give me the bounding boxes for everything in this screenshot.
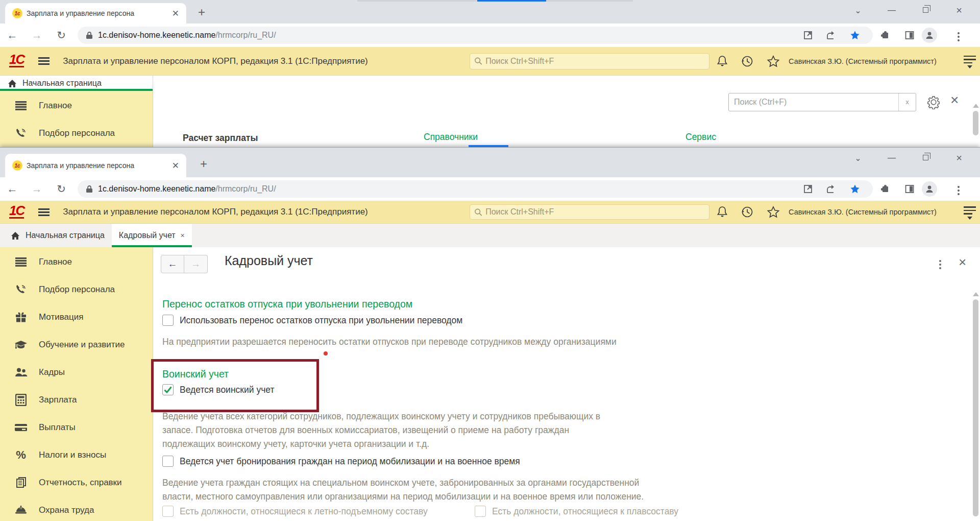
forward-icon[interactable]: →	[24, 183, 49, 195]
sidebar-item-glavnoe[interactable]: Главное	[0, 92, 153, 120]
more-menu-icon[interactable]	[946, 31, 971, 40]
section-payroll[interactable]: Расчет зарплаты	[183, 133, 258, 144]
tab-kadrovyi-uchet[interactable]: Кадровый учет ×	[112, 224, 192, 247]
form-close-icon[interactable]: ×	[959, 254, 966, 270]
scroll-up-icon[interactable]	[973, 104, 979, 108]
tab-close-icon[interactable]: ✕	[170, 160, 181, 171]
1c-tab-bar: Начальная страница Кадровый учет ×	[0, 224, 980, 247]
form-forward-icon[interactable]: →	[184, 255, 208, 273]
menu-icon	[14, 255, 28, 269]
sidebar-item-kadry[interactable]: Кадры	[0, 359, 153, 386]
global-search-input[interactable]	[485, 57, 705, 66]
main-menu-icon[interactable]	[964, 204, 976, 220]
bookmark-star-icon[interactable]	[843, 30, 867, 40]
open-in-new-icon[interactable]	[796, 30, 820, 40]
browser-tab[interactable]: 1с Зарплата и управление персона ✕	[5, 154, 186, 177]
sidebar-item-glavnoe[interactable]: Главное	[0, 248, 153, 276]
page-search-input[interactable]	[729, 98, 898, 107]
back-icon[interactable]: ←	[0, 183, 24, 195]
sidebar-item-obuchenie[interactable]: Обучение и развитие	[0, 331, 153, 359]
current-user[interactable]: Савинская З.Ю. (Системный программист)	[789, 208, 937, 216]
restore-icon[interactable]	[909, 6, 942, 15]
tab-home[interactable]: Начальная страница	[3, 224, 112, 247]
address-bar[interactable]: 1c.denisov-home.keenetic.name/hrmcorp/ru…	[78, 27, 873, 44]
chevron-down-icon[interactable]: ⌄	[841, 153, 875, 163]
checkbox-box[interactable]	[162, 315, 174, 326]
address-bar[interactable]: 1c.denisov-home.keenetic.name/hrmcorp/ru…	[78, 180, 873, 198]
open-in-new-icon[interactable]	[796, 184, 820, 194]
forward-icon[interactable]: →	[24, 29, 49, 41]
side-panel-icon[interactable]	[897, 184, 922, 194]
favorites-star-icon[interactable]	[765, 55, 782, 68]
browser-toolbar: ← → ↻ 1c.denisov-home.keenetic.name/hrmc…	[0, 23, 980, 47]
new-tab-button[interactable]: +	[200, 157, 207, 171]
restore-icon[interactable]	[909, 153, 942, 162]
checkbox-perenos[interactable]: Использовать перенос остатков отпуска пр…	[162, 315, 462, 326]
extensions-icon[interactable]	[873, 184, 897, 194]
hamburger-menu-icon[interactable]	[38, 57, 50, 65]
sidebar-item-otchetnost[interactable]: Отчетность, справки	[0, 469, 153, 496]
sidebar-item-zarplata[interactable]: Зарплата	[0, 386, 153, 414]
close-icon[interactable]: ×	[942, 5, 976, 16]
chevron-down-icon[interactable]: ⌄	[841, 6, 875, 15]
checkbox-letno-podyemny[interactable]: Есть должности, относящиеся к летно-подъ…	[162, 506, 428, 517]
page-search[interactable]: x	[728, 93, 916, 111]
extensions-icon[interactable]	[873, 30, 897, 40]
scrollbar-thumb[interactable]	[973, 111, 978, 135]
section-catalogs[interactable]: Справочники	[424, 132, 478, 143]
hamburger-menu-icon[interactable]	[38, 208, 50, 216]
sidebar-item-podbor[interactable]: Подбор персонала	[0, 120, 153, 147]
global-search[interactable]	[470, 53, 709, 69]
current-user[interactable]: Савинская З.Ю. (Системный программист)	[789, 57, 937, 65]
bookmark-star-icon[interactable]	[843, 184, 867, 194]
minimize-icon[interactable]: —	[875, 6, 909, 15]
new-tab-button[interactable]: +	[198, 5, 205, 19]
form-more-icon[interactable]	[939, 258, 941, 268]
scrollbar-thumb[interactable]	[973, 299, 978, 516]
reload-icon[interactable]: ↻	[49, 29, 74, 41]
section-service[interactable]: Сервис	[685, 132, 716, 143]
history-icon[interactable]	[739, 205, 756, 219]
checkbox-box[interactable]	[162, 456, 174, 467]
reload-icon[interactable]: ↻	[49, 183, 74, 195]
back-icon[interactable]: ←	[0, 29, 24, 41]
checkbox-box-checked[interactable]	[162, 384, 174, 395]
checkbox-plavsostav[interactable]: Есть должности, относящиеся к плавсостав…	[475, 506, 678, 517]
checkbox-box-disabled[interactable]	[475, 506, 486, 517]
share-icon[interactable]	[820, 184, 843, 194]
global-search-input[interactable]	[485, 207, 705, 217]
main-menu-icon[interactable]	[964, 54, 976, 69]
minimize-icon[interactable]: —	[875, 153, 909, 162]
sidebar-item-podbor-personala[interactable]: Подбор персонала	[0, 276, 153, 303]
history-icon[interactable]	[739, 55, 756, 68]
share-icon[interactable]	[820, 30, 843, 40]
sidebar-item-motivatsiya[interactable]: Мотивация	[0, 303, 153, 331]
tab-home[interactable]: Начальная страница	[0, 76, 153, 91]
browser-tab[interactable]: 1с Зарплата и управление персона ✕	[5, 3, 186, 23]
tab-close-icon[interactable]: ✕	[170, 8, 181, 19]
checkbox-voinskiy-uchet[interactable]: Ведется воинский учет	[162, 384, 274, 395]
settings-gear-icon[interactable]	[926, 95, 941, 109]
checkbox-box-disabled[interactable]	[162, 506, 174, 517]
favorites-star-icon[interactable]	[765, 205, 782, 219]
tab-close-icon[interactable]: ×	[181, 231, 185, 240]
search-clear-icon[interactable]: x	[898, 93, 916, 111]
notifications-bell-icon[interactable]	[714, 205, 731, 219]
sidebar: Главное Подбор персонала Мотивация Обуче…	[0, 247, 153, 521]
sidebar-item-nalogi[interactable]: % Налоги и взносы	[0, 441, 153, 469]
profile-icon[interactable]	[922, 181, 946, 197]
scroll-up-icon[interactable]	[973, 292, 979, 296]
notifications-bell-icon[interactable]	[714, 55, 731, 68]
global-search[interactable]	[470, 204, 709, 220]
form-back-icon[interactable]: ←	[161, 255, 184, 273]
sidebar-item-ohrana-truda[interactable]: Охрана труда	[0, 496, 153, 521]
more-menu-icon[interactable]	[946, 184, 971, 194]
close-panel-icon[interactable]: ×	[950, 92, 959, 108]
scrollbar[interactable]	[972, 292, 979, 521]
close-icon[interactable]: ×	[942, 152, 976, 164]
side-panel-icon[interactable]	[897, 30, 922, 40]
sidebar-item-vyplaty[interactable]: Выплаты	[0, 414, 153, 441]
profile-icon[interactable]	[922, 28, 946, 43]
checkbox-bronirovanie[interactable]: Ведется учет бронирования граждан на пер…	[162, 456, 520, 467]
scrollbar[interactable]	[972, 104, 979, 147]
